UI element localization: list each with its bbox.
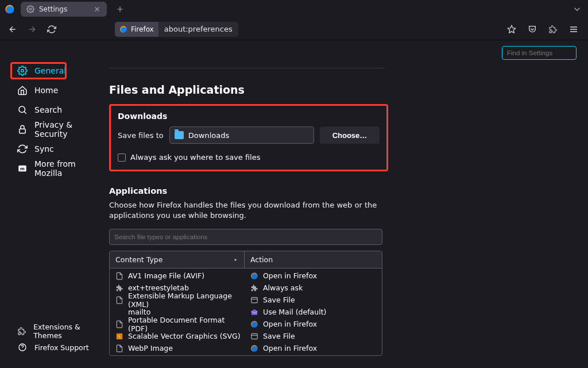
gear-icon xyxy=(26,5,34,13)
svg-point-5 xyxy=(19,106,25,113)
sidebar-extensions-themes[interactable]: Extensions & Themes xyxy=(11,323,103,339)
sidebar-item-label: Sync xyxy=(34,144,54,154)
sidebar-firefox-support[interactable]: Firefox Support xyxy=(11,339,103,355)
svg-rect-15 xyxy=(252,334,258,339)
action-label: Save File xyxy=(263,296,295,304)
browser-tab[interactable]: Settings xyxy=(21,2,107,17)
forward-button[interactable] xyxy=(24,21,40,37)
firefox-app-icon xyxy=(5,4,15,14)
help-icon xyxy=(17,342,28,352)
action-label: Open in Firefox xyxy=(263,320,317,328)
save-files-label: Save files to xyxy=(118,131,164,140)
content-type-label: Extensible Markup Language (XML) xyxy=(128,292,245,309)
page-title: Files and Applications xyxy=(109,83,385,96)
identity-label: Firefox xyxy=(131,25,154,33)
url-text: about:preferences xyxy=(158,22,238,37)
always-ask-checkbox[interactable] xyxy=(118,154,126,162)
content-type-label: WebP Image xyxy=(128,344,173,352)
sync-icon xyxy=(17,144,28,154)
app-menu-button[interactable] xyxy=(566,21,581,37)
file-icon xyxy=(115,320,123,328)
mail-icon xyxy=(250,308,258,316)
new-tab-button[interactable] xyxy=(114,3,126,16)
mozilla-icon: m xyxy=(17,163,28,174)
file-icon xyxy=(115,344,123,352)
action-label: Open in Firefox xyxy=(263,271,317,280)
puzzle-icon xyxy=(250,284,258,292)
search-icon xyxy=(17,105,28,115)
close-icon[interactable] xyxy=(93,5,101,13)
sidebar-item-label: Home xyxy=(34,86,58,95)
extensions-button[interactable] xyxy=(546,21,560,37)
navbar: Firefox about:preferences xyxy=(0,18,588,40)
sidebar-item-sync[interactable]: Sync xyxy=(11,139,103,159)
action-label: Open in Firefox xyxy=(263,344,317,352)
lock-icon xyxy=(17,124,28,135)
sidebar-item-label: Firefox Support xyxy=(34,343,89,352)
svg-point-1 xyxy=(29,8,32,10)
table-row[interactable]: WebP ImageOpen in Firefox xyxy=(110,342,382,354)
bookmark-star-button[interactable] xyxy=(504,21,519,37)
applications-table: Content Type Action AV1 Image File (AVIF… xyxy=(109,251,382,356)
action-label: Save File xyxy=(263,332,295,340)
preferences-main: Files and Applications Downloads Save fi… xyxy=(109,40,588,368)
applications-search-input[interactable] xyxy=(109,229,382,245)
svg-rect-6 xyxy=(20,129,26,133)
sidebar-item-label: General xyxy=(34,66,66,75)
find-in-settings-input[interactable] xyxy=(502,46,577,60)
reload-button[interactable] xyxy=(44,21,60,37)
preferences-sidebar: General Home Search Privacy & Security S… xyxy=(0,40,109,368)
gear-icon xyxy=(17,66,28,76)
sidebar-item-more-mozilla[interactable]: m More from Mozilla xyxy=(11,159,103,178)
downloads-section: Downloads Save files to Downloads Choose… xyxy=(109,104,388,171)
firefox-icon xyxy=(250,272,258,280)
folder-icon xyxy=(175,131,184,139)
action-label: Use Mail (default) xyxy=(263,308,326,316)
content-type-label: Portable Document Format (PDF) xyxy=(128,316,245,333)
sidebar-item-general[interactable]: General xyxy=(11,61,103,80)
applications-section: Applications Choose how Firefox handles … xyxy=(109,186,382,356)
svg-text:m: m xyxy=(20,166,25,171)
sidebar-item-search[interactable]: Search xyxy=(11,100,103,120)
puzzle-icon xyxy=(17,326,26,336)
table-row[interactable]: AV1 Image File (AVIF)Open in Firefox xyxy=(110,270,382,282)
svg-icon: S xyxy=(115,332,123,340)
back-button[interactable] xyxy=(5,21,21,37)
action-header[interactable]: Action xyxy=(245,251,382,268)
preferences-content: General Home Search Privacy & Security S… xyxy=(0,40,588,368)
file-icon xyxy=(115,272,123,280)
action-label: Always ask xyxy=(263,283,303,292)
download-path-display[interactable]: Downloads xyxy=(169,126,314,144)
address-bar[interactable]: Firefox about:preferences xyxy=(115,22,238,37)
content-type-header[interactable]: Content Type xyxy=(110,251,245,268)
sidebar-item-label: Search xyxy=(34,105,62,114)
puzzle-icon xyxy=(115,284,123,292)
table-row[interactable]: SScalable Vector Graphics (SVG)Save File xyxy=(110,330,382,342)
tab-title: Settings xyxy=(39,5,88,13)
firefox-icon xyxy=(250,320,258,328)
downloads-heading: Downloads xyxy=(118,112,380,121)
svg-marker-3 xyxy=(508,25,515,33)
firefox-icon xyxy=(119,25,127,33)
content-type-label: AV1 Image File (AVIF) xyxy=(128,271,204,280)
pocket-button[interactable] xyxy=(525,21,540,37)
table-row[interactable]: Portable Document Format (PDF)Open in Fi… xyxy=(110,318,382,330)
content-type-label: Scalable Vector Graphics (SVG) xyxy=(128,332,241,340)
svg-point-4 xyxy=(21,70,24,72)
none-icon xyxy=(115,308,123,316)
always-ask-label: Always ask you where to save files xyxy=(130,153,261,162)
table-header: Content Type Action xyxy=(110,251,382,269)
sidebar-item-home[interactable]: Home xyxy=(11,80,103,100)
titlebar: Settings xyxy=(0,0,588,18)
chevron-down-icon[interactable] xyxy=(572,4,582,14)
sidebar-item-privacy[interactable]: Privacy & Security xyxy=(11,120,103,139)
applications-description: Choose how Firefox handles the files you… xyxy=(109,200,382,221)
sidebar-item-label: Privacy & Security xyxy=(34,120,103,139)
sidebar-item-label: Extensions & Themes xyxy=(33,323,103,340)
identity-box[interactable]: Firefox xyxy=(115,22,158,37)
table-row[interactable]: Extensible Markup Language (XML)Save Fil… xyxy=(110,294,382,306)
svg-rect-11 xyxy=(252,297,258,302)
applications-heading: Applications xyxy=(109,186,382,195)
choose-button[interactable]: Choose… xyxy=(320,126,380,144)
firefox-icon xyxy=(250,344,258,352)
